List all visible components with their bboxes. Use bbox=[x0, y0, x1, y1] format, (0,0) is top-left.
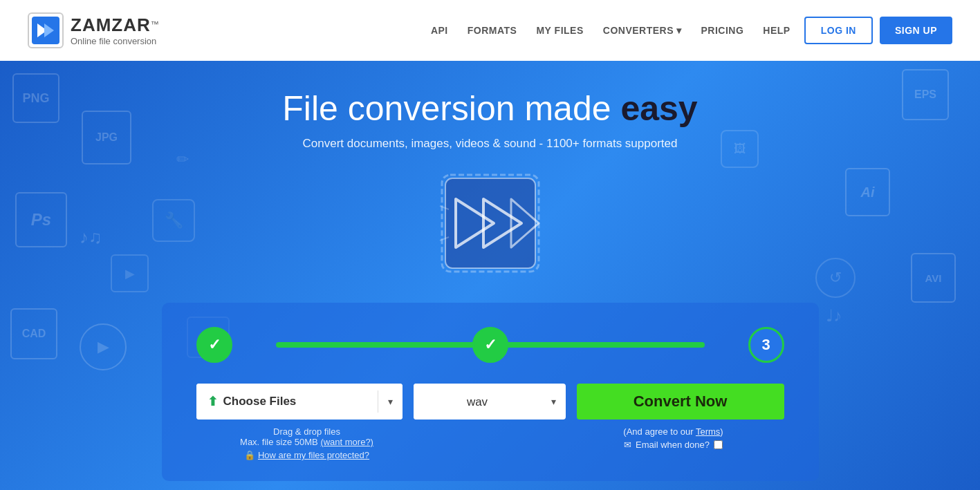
choose-files-button[interactable]: ⬆ Choose Files bbox=[196, 384, 378, 420]
bg-wrench-icon: 🔧 bbox=[152, 199, 195, 242]
nav-pricing[interactable]: PRICING bbox=[701, 25, 744, 36]
logo-icon bbox=[28, 12, 64, 48]
nav-formats[interactable]: FORMATS bbox=[468, 25, 517, 36]
step-1: ✓ bbox=[196, 327, 232, 363]
hero-title: File conversion made easy bbox=[282, 88, 697, 129]
navbar: ZAMZAR™ Online file conversion API FORMA… bbox=[0, 0, 980, 61]
bg-icon-avi: AVI bbox=[911, 253, 956, 303]
file-info: Drag & drop files Max. file size 50MB (w… bbox=[203, 426, 411, 460]
logo-text: ZAMZAR™ Online file conversion bbox=[71, 15, 159, 46]
bg-video-icon: ▶ bbox=[80, 323, 127, 370]
protected-link[interactable]: How are my files protected? bbox=[258, 450, 369, 460]
terms-area: (And agree to our Terms) ✉ Email when do… bbox=[570, 426, 777, 460]
signup-button[interactable]: SIGN UP bbox=[880, 17, 952, 44]
step-3: 3 bbox=[748, 327, 784, 363]
hero-section: PNG JPG Ps ♪♫ CAD ▶ EPS Ai AVI 🖼 ↺ ♩♪ 🔧 … bbox=[0, 61, 980, 490]
bg-music2-icon: ♩♪ bbox=[826, 306, 842, 326]
sub-row: Drag & drop files Max. file size 50MB (w… bbox=[196, 426, 784, 460]
login-button[interactable]: LOG IN bbox=[804, 17, 873, 44]
bg-icon-ai: Ai bbox=[845, 168, 890, 216]
nav-buttons: LOG IN SIGN UP bbox=[804, 17, 952, 44]
convert-now-button[interactable]: Convert Now bbox=[577, 384, 784, 420]
bg-icon-eps: EPS bbox=[902, 69, 949, 120]
format-wrapper: wav mp3 flac ogg aac mp4 pdf jpg png ▾ bbox=[414, 384, 566, 420]
bg-photo-icon: 🖼 bbox=[721, 130, 759, 168]
bg-icon-ps: Ps bbox=[15, 192, 67, 247]
converter-panel: ✓ ✓ 3 ⬆ Choose Files ▾ wav mp3 bbox=[162, 303, 819, 481]
controls-row: ⬆ Choose Files ▾ wav mp3 flac ogg aac mp… bbox=[196, 384, 784, 420]
logo-subtitle: Online file conversion bbox=[71, 36, 159, 46]
lock-icon: 🔒 bbox=[244, 450, 255, 460]
nav-help[interactable]: HELP bbox=[763, 25, 790, 36]
email-icon: ✉ bbox=[624, 440, 631, 450]
terms-link[interactable]: Terms bbox=[696, 426, 720, 437]
choose-files-wrapper: ⬆ Choose Files ▾ bbox=[196, 384, 403, 420]
nav-api[interactable]: API bbox=[431, 25, 448, 36]
bg-icon-png: PNG bbox=[12, 73, 59, 123]
bg-music-icon: ♪♫ bbox=[80, 227, 102, 248]
bg-refresh-icon: ↺ bbox=[815, 258, 856, 298]
email-checkbox[interactable] bbox=[714, 440, 723, 449]
upload-icon: ⬆ bbox=[207, 394, 218, 409]
lock-row: 🔒 How are my files protected? bbox=[203, 450, 411, 460]
step-2: ✓ bbox=[472, 327, 508, 363]
format-select[interactable]: wav mp3 flac ogg aac mp4 pdf jpg png bbox=[414, 384, 542, 420]
want-more-link[interactable]: (want more?) bbox=[320, 437, 373, 447]
logo-name: ZAMZAR™ bbox=[71, 15, 159, 36]
logo-area: ZAMZAR™ Online file conversion bbox=[28, 12, 159, 48]
hero-subtitle: Convert documents, images, videos & soun… bbox=[303, 137, 678, 151]
progress-row: ✓ ✓ 3 bbox=[196, 327, 784, 363]
nav-links: API FORMATS MY FILES CONVERTERS ▾ PRICIN… bbox=[431, 25, 791, 36]
nav-converters[interactable]: CONVERTERS ▾ bbox=[603, 25, 682, 36]
choose-files-dropdown[interactable]: ▾ bbox=[378, 384, 403, 420]
bg-play2-icon: ▶ bbox=[111, 254, 149, 292]
bg-icon-jpg: JPG bbox=[82, 111, 131, 164]
bg-pencil-icon: ✏ bbox=[176, 151, 189, 169]
play-sketch-icon bbox=[432, 164, 549, 282]
format-spacer bbox=[414, 426, 566, 460]
format-dropdown-icon: ▾ bbox=[542, 396, 566, 407]
bg-icon-cad: CAD bbox=[10, 308, 57, 359]
email-check-row: ✉ Email when done? bbox=[570, 440, 777, 450]
chevron-down-icon: ▾ bbox=[676, 25, 682, 36]
nav-my-files[interactable]: MY FILES bbox=[536, 25, 583, 36]
